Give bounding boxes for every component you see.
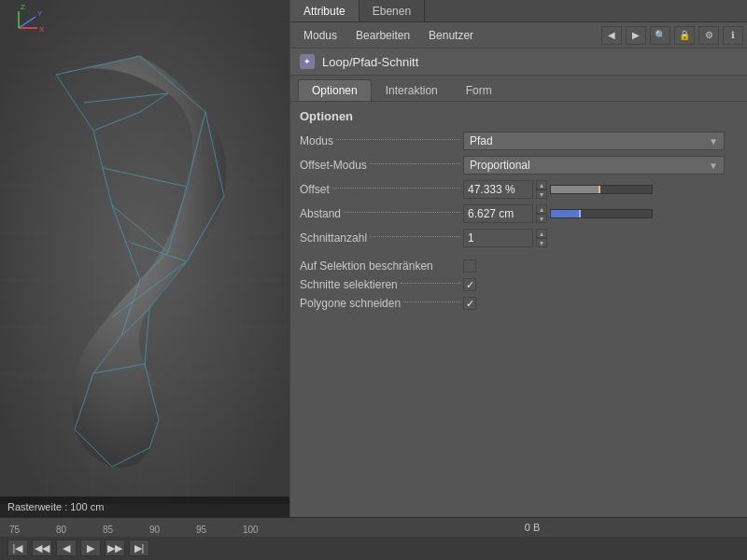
section-title: Optionen bbox=[300, 109, 738, 123]
transport-prev[interactable]: ◀◀ bbox=[32, 539, 52, 556]
settings-icon[interactable]: ⚙ bbox=[698, 26, 719, 45]
menu-benutzer[interactable]: Benutzer bbox=[419, 25, 483, 46]
frame-indicator: 0 B bbox=[504, 518, 560, 537]
check-row-selektion: Auf Selektion beschränken bbox=[300, 259, 738, 273]
check-label-polygone: Polygone schneiden bbox=[300, 297, 463, 310]
nav-forward-icon[interactable]: ▶ bbox=[626, 26, 646, 45]
schnittanzahl-stepper[interactable]: ▲ ▼ bbox=[536, 229, 547, 247]
attribute-panel: Attribute Ebenen Modus Bearbeiten Benutz… bbox=[289, 0, 747, 517]
offset-modus-dropdown[interactable]: Proportional ▼ bbox=[463, 156, 725, 175]
check-row-schnitte: Schnitte selektieren ✓ bbox=[300, 278, 738, 291]
ruler-80: 80 bbox=[56, 525, 103, 535]
check-selektion[interactable] bbox=[463, 259, 476, 273]
tool-icon: ✦ bbox=[300, 54, 315, 69]
transport-back[interactable]: ◀ bbox=[56, 539, 77, 556]
viewport[interactable]: Y X Z Rasterweite : 100 cm bbox=[0, 0, 289, 517]
menu-bar-right: ◀ ▶ 🔍 🔒 ⚙ ℹ bbox=[601, 26, 743, 45]
subtab-form[interactable]: Form bbox=[452, 79, 506, 101]
viewport-info-bar: Rasterweite : 100 cm bbox=[0, 497, 289, 517]
prop-control-offset: 47.333 % ▲ ▼ bbox=[463, 180, 738, 199]
ruler-95: 95 bbox=[196, 525, 243, 535]
sub-tab-bar: Optionen Interaktion Form bbox=[290, 76, 747, 102]
schnittanzahl-value[interactable]: 1 bbox=[463, 229, 533, 247]
offset-down[interactable]: ▼ bbox=[536, 189, 547, 199]
transport-end[interactable]: ▶| bbox=[129, 539, 149, 556]
transport-bar: |◀ ◀◀ ◀ ▶ ▶▶ ▶| bbox=[0, 537, 747, 560]
tab-attribute[interactable]: Attribute bbox=[290, 0, 359, 21]
offset-stepper[interactable]: ▲ ▼ bbox=[536, 180, 547, 199]
prop-label-abstand: Abstand bbox=[300, 207, 463, 220]
subtab-interaktion[interactable]: Interaktion bbox=[372, 79, 452, 101]
tab-ebenen[interactable]: Ebenen bbox=[359, 0, 425, 21]
options-area: Optionen Modus Pfad ▼ Offset-Modus bbox=[290, 102, 747, 517]
tool-title: Loop/Pfad-Schnitt bbox=[322, 55, 418, 69]
abstand-up[interactable]: ▲ bbox=[536, 204, 547, 214]
info-icon[interactable]: ℹ bbox=[723, 26, 743, 45]
prop-control-abstand: 6.627 cm ▲ ▼ bbox=[463, 204, 738, 223]
prop-row-offset: Offset 47.333 % ▲ ▼ bbox=[300, 179, 738, 200]
prop-control-offset-modus: Proportional ▼ bbox=[463, 156, 738, 175]
search-icon[interactable]: 🔍 bbox=[650, 26, 670, 45]
raster-info: Rasterweite : 100 cm bbox=[7, 501, 104, 512]
lock-icon[interactable]: 🔒 bbox=[674, 26, 695, 45]
svg-text:X: X bbox=[39, 25, 45, 34]
modus-dropdown[interactable]: Pfad ▼ bbox=[463, 132, 725, 150]
tool-header: ✦ Loop/Pfad-Schnitt bbox=[290, 49, 747, 76]
subtab-optionen[interactable]: Optionen bbox=[298, 79, 372, 101]
menu-modus[interactable]: Modus bbox=[294, 25, 346, 46]
schnittanzahl-down[interactable]: ▼ bbox=[536, 238, 547, 247]
prop-label-modus: Modus bbox=[300, 134, 463, 147]
nav-back-icon[interactable]: ◀ bbox=[601, 26, 622, 45]
bottom-bar: 75 80 85 90 95 100 0 B |◀ ◀◀ ◀ ▶ ▶▶ ▶| bbox=[0, 517, 747, 560]
abstand-down[interactable]: ▼ bbox=[536, 214, 547, 223]
transport-start[interactable]: |◀ bbox=[7, 539, 28, 556]
check-label-schnitte: Schnitte selektieren bbox=[300, 278, 463, 291]
top-tab-bar: Attribute Ebenen bbox=[290, 0, 747, 22]
ruler-75: 75 bbox=[9, 525, 56, 535]
check-label-selektion: Auf Selektion beschränken bbox=[300, 259, 463, 273]
ruler-85: 85 bbox=[103, 525, 149, 535]
abstand-value[interactable]: 6.627 cm bbox=[463, 204, 533, 223]
ruler-numbers: 75 80 85 90 95 100 bbox=[0, 525, 289, 535]
prop-row-schnittanzahl: Schnittanzahl 1 ▲ ▼ bbox=[300, 228, 738, 248]
chevron-down-icon-2: ▼ bbox=[709, 161, 718, 171]
prop-label-offset: Offset bbox=[300, 183, 463, 196]
abstand-slider[interactable] bbox=[550, 209, 653, 218]
check-row-polygone: Polygone schneiden ✓ bbox=[300, 297, 738, 310]
prop-row-modus: Modus Pfad ▼ bbox=[300, 131, 738, 151]
check-schnitte[interactable]: ✓ bbox=[463, 278, 476, 291]
offset-slider[interactable] bbox=[550, 185, 653, 194]
transport-play[interactable]: ▶ bbox=[80, 539, 101, 556]
transport-forward[interactable]: ▶▶ bbox=[105, 539, 125, 556]
prop-label-offset-modus: Offset-Modus bbox=[300, 159, 463, 172]
prop-row-offset-modus: Offset-Modus Proportional ▼ bbox=[300, 155, 738, 175]
ruler-track: 75 80 85 90 95 100 0 B bbox=[0, 518, 747, 537]
ruler-90: 90 bbox=[149, 525, 196, 535]
svg-text:Y: Y bbox=[37, 9, 43, 18]
abstand-stepper[interactable]: ▲ ▼ bbox=[536, 204, 547, 223]
check-polygone[interactable]: ✓ bbox=[463, 297, 476, 310]
prop-control-modus: Pfad ▼ bbox=[463, 132, 738, 150]
svg-text:Z: Z bbox=[21, 3, 25, 11]
prop-control-schnittanzahl: 1 ▲ ▼ bbox=[463, 229, 738, 247]
main-area: Y X Z Rasterweite : 100 cm Attribute Ebe… bbox=[0, 0, 747, 517]
offset-up[interactable]: ▲ bbox=[536, 180, 547, 189]
prop-row-abstand: Abstand 6.627 cm ▲ ▼ bbox=[300, 203, 738, 224]
offset-value[interactable]: 47.333 % bbox=[463, 180, 533, 199]
ruler-100: 100 bbox=[243, 525, 289, 535]
prop-label-schnittanzahl: Schnittanzahl bbox=[300, 231, 463, 245]
chevron-down-icon: ▼ bbox=[709, 136, 718, 147]
schnittanzahl-up[interactable]: ▲ bbox=[536, 229, 547, 238]
menu-bearbeiten[interactable]: Bearbeiten bbox=[346, 25, 419, 46]
menu-bar: Modus Bearbeiten Benutzer ◀ ▶ 🔍 🔒 ⚙ ℹ bbox=[290, 22, 747, 49]
